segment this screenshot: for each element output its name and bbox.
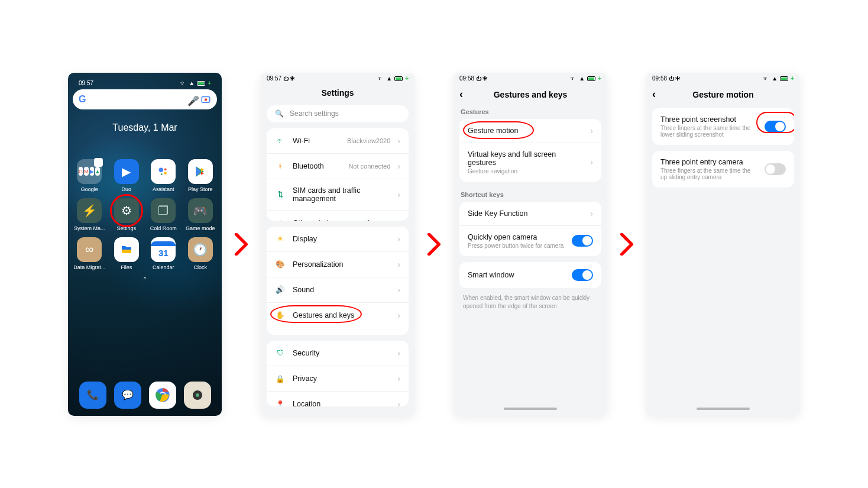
wireless-icon: ◌ (275, 218, 286, 221)
phone-settings: 09:57 ⏻ ✱ ᯤ▲+ Settings 🔍 Search settings… (261, 73, 414, 416)
app-data-migration[interactable]: ∞ Data Migrat... (73, 237, 106, 270)
app-drawer-handle[interactable]: ˄ (73, 276, 217, 285)
chevron-right-icon: › (397, 374, 400, 383)
chevron-right-icon: › (397, 161, 400, 171)
home-indicator[interactable] (504, 408, 557, 410)
row-wifi[interactable]: ᯤ Wi-Fi Blackview2020 › (267, 128, 409, 154)
status-bar: 09:58 ⏻ ✱ ᯤ▲+ (646, 73, 800, 85)
dock-phone[interactable]: 📞 (79, 382, 106, 409)
dock-camera[interactable] (184, 382, 211, 409)
chevron-right-icon: › (590, 126, 593, 135)
row-privacy[interactable]: 🔒 Privacy › (267, 366, 409, 392)
home-date: Tuesday, 1 Mar (73, 122, 217, 133)
search-placeholder: Search settings (290, 109, 339, 118)
app-system-manager[interactable]: ⚡ System Ma... (73, 198, 106, 231)
app-duo[interactable]: ▶ Duo (110, 159, 144, 192)
mic-icon[interactable]: 🎤 (187, 95, 196, 104)
row-subtitle: Three fingers at the same time the up sl… (660, 167, 757, 180)
shield-icon: 🛡 (275, 348, 286, 358)
row-gestures-keys[interactable]: ✋ Gestures and keys › (267, 303, 409, 328)
row-apps-notifications[interactable]: ▦ Apps and notifications › (267, 328, 409, 335)
app-calendar[interactable]: 31 Calendar (147, 237, 180, 270)
row-label: Smart window (468, 271, 565, 279)
sim-icon: ⇅ (275, 189, 286, 200)
app-google-folder[interactable]: GM ▶▲ Google (73, 159, 106, 192)
signal-icon: ▲ (772, 75, 778, 82)
app-label: Game mode (186, 225, 215, 231)
toggle-three-point-screenshot[interactable] (765, 121, 786, 132)
back-button[interactable]: ‹ (459, 88, 463, 101)
row-gesture-motion[interactable]: Gesture motion › (459, 119, 601, 143)
row-three-point-screenshot[interactable]: Three point screenshot Three fingers at … (652, 108, 794, 145)
svg-point-1 (205, 98, 208, 101)
chevron-right-icon: › (397, 348, 400, 358)
back-button[interactable]: ‹ (652, 88, 656, 101)
step-arrow-icon (425, 232, 443, 256)
row-label: Display (293, 235, 390, 243)
app-game-mode[interactable]: 🎮 Game mode (184, 198, 218, 231)
row-label: Privacy (293, 374, 390, 383)
app-label: Clock (193, 264, 207, 270)
app-assistant[interactable]: Assistant (147, 159, 180, 192)
app-settings[interactable]: ⚙ Settings (110, 198, 144, 231)
status-bar: 09:58 ⏻ ✱ ᯤ▲+ (454, 73, 607, 85)
row-label: Quickly open camera (468, 233, 565, 241)
app-label: Calendar (153, 264, 174, 270)
battery-icon (780, 76, 788, 81)
row-three-point-camera[interactable]: Three point entry camera Three fingers a… (652, 151, 794, 188)
row-personalization[interactable]: 🎨 Personalization › (267, 252, 409, 277)
row-other-wireless[interactable]: ◌ Other wireless connection › (267, 211, 409, 221)
google-search-bar[interactable]: G 🎤 (73, 89, 217, 109)
status-bar: 09:57 ᯤ ▲ + (73, 77, 217, 89)
app-cold-room[interactable]: ❒ Cold Room (147, 198, 180, 231)
row-label: Other wireless connection (293, 219, 390, 221)
home-indicator[interactable] (697, 408, 750, 410)
bluetooth-icon: ᚼ (275, 161, 286, 172)
signal-icon: ▲ (189, 80, 195, 86)
charging-icon: + (598, 75, 601, 82)
toggle-quick-camera[interactable] (572, 235, 593, 247)
chevron-right-icon: › (590, 209, 593, 218)
toggle-smart-window[interactable] (572, 269, 593, 281)
row-smart-window[interactable]: Smart window (459, 262, 601, 288)
settings-search[interactable]: 🔍 Search settings (267, 105, 409, 122)
dock: 📞 💬 (73, 378, 217, 411)
row-side-key[interactable]: Side Key Function › (459, 202, 601, 226)
status-bar: 09:57 ⏻ ✱ ᯤ▲+ (261, 73, 414, 85)
page-title: Gesture motion (692, 90, 753, 99)
svg-point-11 (196, 393, 199, 397)
svg-point-2 (159, 167, 163, 172)
app-files[interactable]: Files (110, 237, 144, 270)
step-arrow-icon (232, 232, 250, 256)
row-label: Three point screenshot (660, 115, 757, 124)
row-display[interactable]: ☀ Display › (267, 227, 409, 252)
row-bluetooth[interactable]: ᚼ Bluetooth Not connected › (267, 154, 409, 179)
chevron-right-icon: › (397, 260, 400, 269)
app-label: Files (121, 264, 132, 270)
toggle-three-point-camera[interactable] (765, 163, 786, 175)
row-quick-camera[interactable]: Quickly open camera Press power button t… (459, 226, 601, 256)
dock-chrome[interactable] (149, 382, 176, 409)
app-clock[interactable]: 🕐 Clock (184, 237, 218, 270)
section-shortcut: Shortcut keys (461, 191, 600, 198)
row-label: Security (293, 349, 390, 357)
row-value: Blackview2020 (347, 137, 390, 144)
app-play-store[interactable]: Play Store (184, 159, 218, 192)
row-label: Wi-Fi (293, 137, 340, 145)
svg-point-3 (164, 168, 167, 170)
row-location[interactable]: 📍 Location › (267, 392, 409, 406)
row-security[interactable]: 🛡 Security › (267, 341, 409, 366)
row-label: Sound (293, 286, 390, 294)
row-value: Not connected (348, 163, 390, 170)
row-subtitle: Gesture navigation (468, 168, 583, 174)
status-time: 09:58 (459, 75, 474, 82)
battery-icon (394, 76, 403, 81)
row-sound[interactable]: 🔊 Sound › (267, 277, 409, 303)
status-time: 09:57 (79, 80, 93, 86)
lens-icon[interactable] (200, 94, 211, 105)
row-label: Personalization (293, 260, 390, 269)
dock-messages[interactable]: 💬 (114, 382, 141, 409)
row-virtual-keys[interactable]: Virtual keys and full screen gestures Ge… (459, 143, 601, 182)
row-sim[interactable]: ⇅ SIM cards and traffic management › (267, 179, 409, 211)
chevron-right-icon: › (397, 190, 400, 199)
